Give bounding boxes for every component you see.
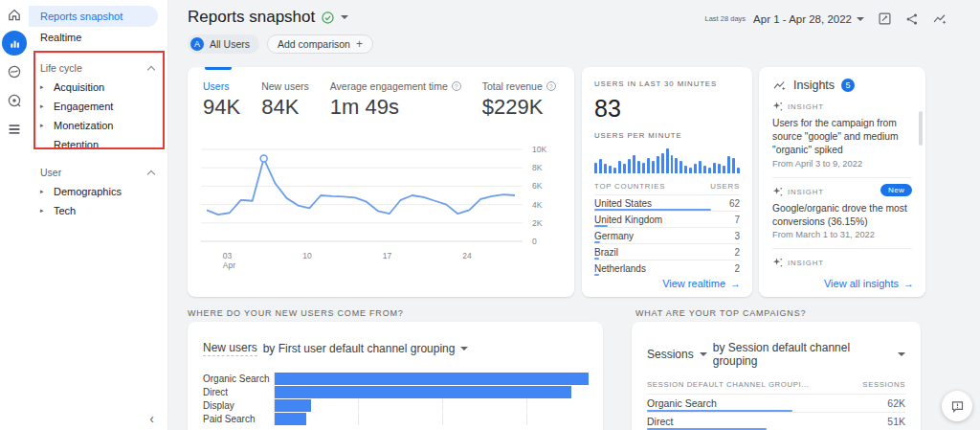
column-header: USERS xyxy=(710,182,740,191)
metric-value: 84K xyxy=(261,95,309,120)
metric-new-users-tab[interactable]: New users 84K xyxy=(261,80,309,120)
app-rail xyxy=(0,0,29,430)
metric-label: New users xyxy=(261,80,309,92)
help-icon[interactable]: ? xyxy=(546,81,556,91)
collapse-chevron-icon[interactable] xyxy=(147,170,155,177)
scrollbar-thumb[interactable] xyxy=(919,111,923,146)
insight-text: Users for the campaign from source "goog… xyxy=(772,117,912,157)
view-realtime-link[interactable]: View realtime → xyxy=(662,278,741,289)
country-users: 3 xyxy=(734,231,740,241)
insight-text: Google/organic drove the most conversion… xyxy=(772,202,912,229)
advertising-icon[interactable] xyxy=(0,86,29,115)
sidebar-item-label: Demographics xyxy=(54,186,122,197)
bar-row: Direct xyxy=(203,385,588,398)
library-icon[interactable] xyxy=(0,115,29,144)
new-users-channel-card: New users by First user default channel … xyxy=(188,322,603,430)
section-user-header[interactable]: User xyxy=(29,163,167,182)
picker-metric[interactable]: Sessions xyxy=(647,348,694,361)
bar-row: Display xyxy=(203,398,588,412)
bar-label: Paid Search xyxy=(203,414,274,424)
table-row: Direct 51K xyxy=(647,412,905,430)
column-header: SESSION DEFAULT CHANNEL GROUPI... xyxy=(647,380,810,389)
header-toolbar: Last 28 days Apr 1 - Apr 28, 2022 xyxy=(705,11,947,26)
metric-and-dimension-picker[interactable]: Sessions by Session default channel grou… xyxy=(647,341,905,368)
sidebar-item-realtime[interactable]: Realtime xyxy=(29,27,167,48)
date-range-preset-label: Last 28 days xyxy=(705,14,746,23)
audience-avatar: A xyxy=(190,37,204,51)
realtime-users-value: 83 xyxy=(594,95,740,123)
all-users-chip[interactable]: A All Users xyxy=(188,34,259,54)
sidebar-item-label: Tech xyxy=(54,205,76,216)
picker-rest: by Session default channel grouping xyxy=(713,341,892,368)
metric-total-revenue-tab[interactable]: Total revenue ? $229K xyxy=(482,80,556,120)
country-users: 62 xyxy=(729,198,740,209)
channel-name: Direct xyxy=(647,416,673,427)
reports-icon[interactable] xyxy=(0,29,29,57)
expand-caret-icon[interactable]: ▸ xyxy=(40,207,44,215)
expand-caret-icon[interactable]: ▸ xyxy=(40,188,44,195)
plus-icon: + xyxy=(356,37,363,51)
country-name: United States xyxy=(594,198,652,209)
new-users-section-title: WHERE DO YOUR NEW USERS COME FROM? xyxy=(188,308,404,318)
metric-value: 1m 49s xyxy=(330,95,461,120)
main-content: Reports snapshot Last 28 days Apr 1 - Ap… xyxy=(168,0,980,430)
comparison-bar: A All Users Add comparison + xyxy=(188,34,373,54)
arrow-right-icon: → xyxy=(730,278,741,289)
picker-metric[interactable]: New users xyxy=(203,341,257,356)
divider xyxy=(772,248,912,249)
table-row: United States 62 xyxy=(594,194,740,211)
bar xyxy=(275,386,571,398)
section-label: User xyxy=(40,167,61,178)
overview-card: Users 94K New users 84K Average engageme… xyxy=(188,67,574,297)
sidebar-item-reports-snapshot[interactable]: Reports snapshot xyxy=(29,6,158,27)
explore-icon[interactable] xyxy=(0,57,29,86)
share-icon[interactable] xyxy=(905,12,919,26)
table-row: Brazil 2 xyxy=(594,243,740,260)
sidebar-item-label: Realtime xyxy=(40,32,81,43)
edit-report-icon[interactable] xyxy=(878,11,892,26)
chip-label: Add comparison xyxy=(278,38,350,50)
bar xyxy=(275,413,306,425)
users-per-minute-label: USERS PER MINUTE xyxy=(594,131,740,140)
realtime-card: USERS IN LAST 30 MINUTES 83 USERS PER MI… xyxy=(582,67,752,297)
feedback-button[interactable] xyxy=(942,391,972,421)
divider xyxy=(772,177,912,178)
title-dropdown-caret-icon[interactable] xyxy=(341,15,348,19)
link-label: View all insights xyxy=(824,278,899,289)
insights-icon xyxy=(772,79,787,92)
insight-date: From April 3 to 9, 2022 xyxy=(772,159,912,169)
insights-icon[interactable] xyxy=(932,11,947,26)
metric-users-tab[interactable]: Users 94K xyxy=(203,80,240,120)
active-metric-tab-indicator xyxy=(205,67,232,70)
chip-label: All Users xyxy=(210,38,250,50)
help-icon[interactable]: ? xyxy=(452,81,461,91)
sidebar-collapse-button[interactable]: ‹ xyxy=(149,411,154,426)
insight-item[interactable]: INSIGHT xyxy=(759,258,925,268)
bar-label: Organic Search xyxy=(203,373,274,384)
campaigns-card: Sessions by Session default channel grou… xyxy=(632,322,921,430)
campaigns-section-title: WHAT ARE YOUR TOP CAMPAIGNS? xyxy=(635,308,806,318)
insight-item[interactable]: INSIGHT Users for the campaign from sour… xyxy=(759,102,925,169)
metric-engagement-time-tab[interactable]: Average engagement time ? 1m 49s xyxy=(330,80,461,120)
country-name: Brazil xyxy=(594,247,618,258)
sidebar-item-tech[interactable]: ▸ Tech xyxy=(29,201,167,220)
table-row: Germany 3 xyxy=(594,227,740,243)
dimension-picker[interactable]: New users by First user default channel … xyxy=(203,341,588,356)
insight-tag: INSIGHT xyxy=(788,188,824,196)
sidebar-item-demographics[interactable]: ▸ Demographics xyxy=(29,182,167,201)
view-all-insights-link[interactable]: View all insights → xyxy=(824,278,914,289)
country-name: Netherlands xyxy=(594,263,646,274)
insight-spark-icon xyxy=(772,187,783,197)
home-icon[interactable] xyxy=(0,0,29,29)
country-name: United Kingdom xyxy=(594,215,662,225)
sessions-value: 51K xyxy=(887,416,905,427)
date-range-picker[interactable]: Apr 1 - Apr 28, 2022 xyxy=(753,13,864,25)
add-comparison-button[interactable]: Add comparison + xyxy=(267,34,373,54)
insight-tag: INSIGHT xyxy=(788,102,824,111)
realtime-title: USERS IN LAST 30 MINUTES xyxy=(594,79,740,88)
page-title: Reports snapshot xyxy=(188,8,315,27)
bar xyxy=(275,399,311,412)
insight-item[interactable]: INSIGHT New Google/organic drove the mos… xyxy=(759,187,925,240)
table-row: United Kingdom 7 xyxy=(594,211,740,227)
sessions-value: 62K xyxy=(887,397,905,409)
